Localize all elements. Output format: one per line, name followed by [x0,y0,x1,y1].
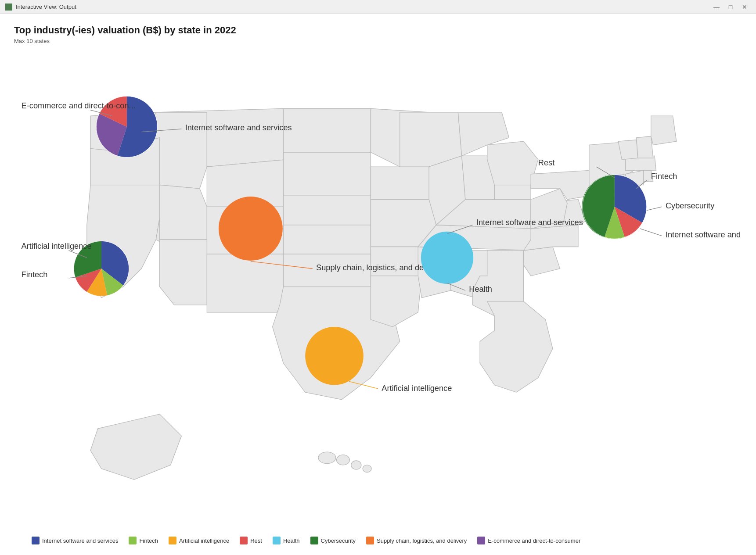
legend-label: Artificial intelligence [179,537,229,544]
legend-item: E-commerce and direct-to-consumer [477,537,580,544]
svg-text:Cybersecurity: Cybersecurity [666,201,715,210]
chart-subtitle: Max 10 states [14,38,742,44]
svg-marker-46 [618,140,638,160]
legend-swatch [477,537,485,544]
svg-marker-27 [487,141,538,185]
svg-marker-9 [160,240,207,305]
svg-point-67 [305,327,364,385]
legend-item: Supply chain, logistics, and delivery [366,537,467,544]
title-bar: Interactive View: Output — □ ✕ [0,0,756,14]
svg-marker-22 [400,112,462,167]
window-controls: — □ ✕ [710,3,751,11]
svg-text:Internet software and services: Internet software and services [185,123,292,132]
svg-text:Artificial intelligence: Artificial intelligence [382,383,452,393]
svg-line-80 [647,207,662,210]
legend-label: Fintech [139,537,158,544]
legend-swatch [129,537,137,544]
svg-marker-13 [283,196,371,225]
svg-point-52 [351,461,361,469]
legend-label: Cybersecurity [321,537,356,544]
legend-item: Rest [240,537,262,544]
legend-swatch [273,537,281,544]
legend-item: Fintech [129,537,158,544]
svg-marker-18 [371,167,432,200]
app-icon [5,4,12,11]
legend-item: Cybersecurity [310,537,356,544]
svg-marker-49 [90,414,181,480]
legend-item: Internet software and services [32,537,118,544]
svg-marker-21 [371,276,421,327]
legend-swatch [32,537,40,544]
svg-marker-11 [283,109,371,152]
main-content: Top industry(-ies) valuation (B$) by sta… [0,14,756,555]
minimize-button[interactable]: — [710,3,723,11]
svg-text:Health: Health [469,284,492,294]
svg-text:Rest: Rest [538,158,554,167]
svg-marker-34 [524,247,560,276]
svg-marker-7 [160,185,207,240]
chart-title: Top industry(-ies) valuation (B$) by sta… [14,25,742,36]
legend-swatch [240,537,248,544]
svg-point-64 [219,197,283,261]
svg-marker-47 [637,136,653,158]
svg-point-50 [318,452,336,464]
legend: Internet software and servicesFintechArt… [14,531,742,548]
maximize-button[interactable]: □ [724,3,737,11]
svg-text:Internet software and services: Internet software and services [476,218,583,227]
legend-swatch [366,537,374,544]
legend-swatch [310,537,318,544]
svg-text:Fintech: Fintech [651,172,677,181]
us-map-svg: .state { fill: #e8e8e8; stroke: #bbb; st… [14,50,742,531]
svg-marker-33 [480,301,553,392]
legend-label: E-commerce and direct-to-consumer [488,537,580,544]
svg-text:E-commerce and direct-to-con..: E-commerce and direct-to-con... [22,101,136,111]
svg-marker-14 [283,225,371,254]
window-title: Interactive View: Output [16,4,76,10]
legend-label: Rest [250,537,262,544]
svg-marker-12 [283,152,371,196]
svg-point-53 [363,465,371,473]
legend-label: Health [283,537,300,544]
svg-text:Artificial intelligence: Artificial intelligence [22,241,92,251]
svg-point-51 [336,455,349,465]
legend-label: Internet software and services [42,537,118,544]
close-button[interactable]: ✕ [738,3,751,11]
svg-marker-48 [651,116,677,145]
legend-label: Supply chain, logistics, and delivery [377,537,467,544]
svg-marker-10 [207,254,287,312]
svg-line-82 [640,229,662,236]
map-container: .state { fill: #e8e8e8; stroke: #bbb; st… [14,50,742,531]
svg-text:Internet software and ...: Internet software and ... [666,230,742,239]
legend-item: Health [273,537,300,544]
legend-item: Artificial intelligence [169,537,229,544]
legend-swatch [169,537,176,544]
svg-point-70 [421,232,473,284]
svg-text:Fintech: Fintech [22,270,48,279]
